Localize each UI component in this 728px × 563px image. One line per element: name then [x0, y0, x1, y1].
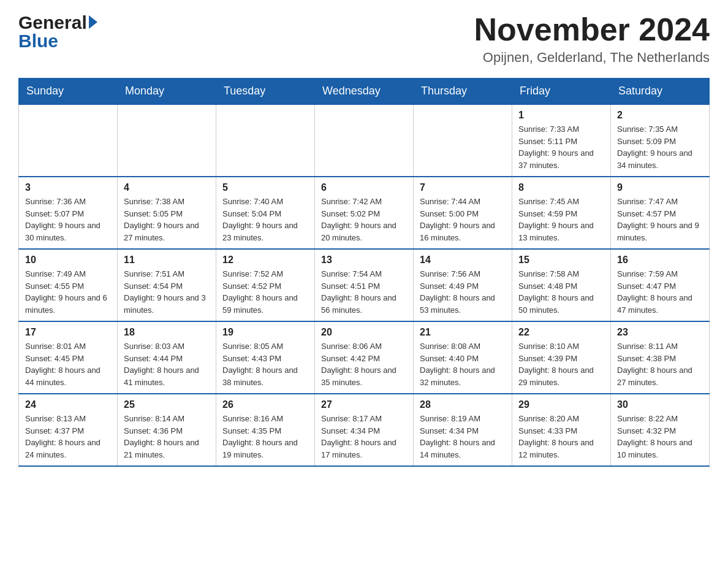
day-info: Sunrise: 7:59 AMSunset: 4:47 PMDaylight:…	[617, 268, 703, 316]
column-header-monday: Monday	[118, 79, 216, 105]
day-number: 9	[617, 182, 703, 193]
day-info: Sunrise: 8:14 AMSunset: 4:36 PMDaylight:…	[124, 413, 210, 461]
day-number: 5	[222, 182, 308, 193]
day-info: Sunrise: 7:33 AMSunset: 5:11 PMDaylight:…	[518, 123, 604, 171]
calendar-cell: 7Sunrise: 7:44 AMSunset: 5:00 PMDaylight…	[414, 177, 512, 249]
day-number: 25	[124, 399, 210, 410]
day-number: 16	[617, 255, 703, 266]
calendar-cell: 6Sunrise: 7:42 AMSunset: 5:02 PMDaylight…	[315, 177, 414, 249]
calendar-cell: 24Sunrise: 8:13 AMSunset: 4:37 PMDayligh…	[19, 394, 118, 466]
day-number: 1	[518, 110, 604, 121]
day-number: 24	[25, 399, 111, 410]
calendar-table: SundayMondayTuesdayWednesdayThursdayFrid…	[18, 78, 710, 467]
day-info: Sunrise: 8:05 AMSunset: 4:43 PMDaylight:…	[222, 340, 308, 388]
calendar-cell: 11Sunrise: 7:51 AMSunset: 4:54 PMDayligh…	[118, 249, 216, 321]
logo-blue-text: Blue	[18, 31, 97, 52]
calendar-cell: 22Sunrise: 8:10 AMSunset: 4:39 PMDayligh…	[512, 321, 611, 394]
month-title: November 2024	[474, 12, 710, 47]
calendar-cell	[315, 104, 414, 177]
day-number: 13	[321, 255, 407, 266]
calendar-cell: 18Sunrise: 8:03 AMSunset: 4:44 PMDayligh…	[118, 321, 216, 394]
title-section: November 2024 Opijnen, Gelderland, The N…	[474, 12, 710, 66]
day-info: Sunrise: 7:47 AMSunset: 4:57 PMDaylight:…	[617, 196, 703, 243]
day-number: 26	[222, 399, 308, 410]
calendar-cell: 8Sunrise: 7:45 AMSunset: 4:59 PMDaylight…	[512, 177, 611, 249]
column-header-thursday: Thursday	[414, 79, 512, 105]
calendar-week-row: 1Sunrise: 7:33 AMSunset: 5:11 PMDaylight…	[19, 104, 710, 177]
day-number: 27	[321, 399, 407, 410]
day-info: Sunrise: 8:22 AMSunset: 4:32 PMDaylight:…	[617, 413, 703, 461]
calendar-cell: 30Sunrise: 8:22 AMSunset: 4:32 PMDayligh…	[611, 394, 710, 466]
calendar-cell: 4Sunrise: 7:38 AMSunset: 5:05 PMDaylight…	[118, 177, 216, 249]
day-info: Sunrise: 7:45 AMSunset: 4:59 PMDaylight:…	[518, 196, 604, 243]
day-info: Sunrise: 7:36 AMSunset: 5:07 PMDaylight:…	[25, 196, 111, 243]
day-number: 14	[420, 255, 506, 266]
day-info: Sunrise: 7:35 AMSunset: 5:09 PMDaylight:…	[617, 123, 703, 171]
calendar-week-row: 3Sunrise: 7:36 AMSunset: 5:07 PMDaylight…	[19, 177, 710, 249]
column-header-friday: Friday	[512, 79, 611, 105]
day-info: Sunrise: 7:56 AMSunset: 4:49 PMDaylight:…	[420, 268, 506, 316]
day-number: 20	[321, 327, 407, 338]
day-info: Sunrise: 8:11 AMSunset: 4:38 PMDaylight:…	[617, 340, 703, 388]
day-number: 4	[124, 182, 210, 193]
day-number: 8	[518, 182, 604, 193]
calendar-cell: 29Sunrise: 8:20 AMSunset: 4:33 PMDayligh…	[512, 394, 611, 466]
day-number: 11	[124, 255, 210, 266]
day-number: 23	[617, 327, 703, 338]
day-number: 28	[420, 399, 506, 410]
calendar-cell: 2Sunrise: 7:35 AMSunset: 5:09 PMDaylight…	[611, 104, 710, 177]
calendar-cell: 13Sunrise: 7:54 AMSunset: 4:51 PMDayligh…	[315, 249, 414, 321]
logo: General Blue	[18, 12, 97, 52]
day-number: 12	[222, 255, 308, 266]
day-info: Sunrise: 8:13 AMSunset: 4:37 PMDaylight:…	[25, 413, 111, 461]
column-header-tuesday: Tuesday	[216, 79, 315, 105]
calendar-cell: 15Sunrise: 7:58 AMSunset: 4:48 PMDayligh…	[512, 249, 611, 321]
day-info: Sunrise: 8:01 AMSunset: 4:45 PMDaylight:…	[25, 340, 111, 388]
day-info: Sunrise: 8:17 AMSunset: 4:34 PMDaylight:…	[321, 413, 407, 461]
calendar-cell	[414, 104, 512, 177]
day-info: Sunrise: 8:10 AMSunset: 4:39 PMDaylight:…	[518, 340, 604, 388]
calendar-cell	[216, 104, 315, 177]
day-info: Sunrise: 7:54 AMSunset: 4:51 PMDaylight:…	[321, 268, 407, 316]
calendar-cell: 10Sunrise: 7:49 AMSunset: 4:55 PMDayligh…	[19, 249, 118, 321]
day-number: 22	[518, 327, 604, 338]
day-number: 18	[124, 327, 210, 338]
calendar-week-row: 24Sunrise: 8:13 AMSunset: 4:37 PMDayligh…	[19, 394, 710, 466]
calendar-week-row: 10Sunrise: 7:49 AMSunset: 4:55 PMDayligh…	[19, 249, 710, 321]
column-header-sunday: Sunday	[19, 79, 118, 105]
day-info: Sunrise: 7:49 AMSunset: 4:55 PMDaylight:…	[25, 268, 111, 316]
column-header-wednesday: Wednesday	[315, 79, 414, 105]
calendar-cell: 28Sunrise: 8:19 AMSunset: 4:34 PMDayligh…	[414, 394, 512, 466]
calendar-cell: 16Sunrise: 7:59 AMSunset: 4:47 PMDayligh…	[611, 249, 710, 321]
calendar-cell: 5Sunrise: 7:40 AMSunset: 5:04 PMDaylight…	[216, 177, 315, 249]
calendar-cell: 14Sunrise: 7:56 AMSunset: 4:49 PMDayligh…	[414, 249, 512, 321]
day-info: Sunrise: 8:19 AMSunset: 4:34 PMDaylight:…	[420, 413, 506, 461]
day-number: 21	[420, 327, 506, 338]
day-info: Sunrise: 8:06 AMSunset: 4:42 PMDaylight:…	[321, 340, 407, 388]
day-info: Sunrise: 7:51 AMSunset: 4:54 PMDaylight:…	[124, 268, 210, 316]
day-info: Sunrise: 7:52 AMSunset: 4:52 PMDaylight:…	[222, 268, 308, 316]
day-info: Sunrise: 7:58 AMSunset: 4:48 PMDaylight:…	[518, 268, 604, 316]
calendar-cell	[19, 104, 118, 177]
calendar-cell: 27Sunrise: 8:17 AMSunset: 4:34 PMDayligh…	[315, 394, 414, 466]
calendar-cell	[118, 104, 216, 177]
calendar-cell: 1Sunrise: 7:33 AMSunset: 5:11 PMDaylight…	[512, 104, 611, 177]
day-number: 2	[617, 110, 703, 121]
day-info: Sunrise: 7:40 AMSunset: 5:04 PMDaylight:…	[222, 196, 308, 243]
day-number: 10	[25, 255, 111, 266]
logo-arrow-icon	[89, 15, 97, 29]
day-number: 7	[420, 182, 506, 193]
day-number: 17	[25, 327, 111, 338]
calendar-cell: 20Sunrise: 8:06 AMSunset: 4:42 PMDayligh…	[315, 321, 414, 394]
logo-general-text: General	[18, 12, 87, 33]
day-info: Sunrise: 8:16 AMSunset: 4:35 PMDaylight:…	[222, 413, 308, 461]
day-info: Sunrise: 7:38 AMSunset: 5:05 PMDaylight:…	[124, 196, 210, 243]
calendar-cell: 19Sunrise: 8:05 AMSunset: 4:43 PMDayligh…	[216, 321, 315, 394]
calendar-week-row: 17Sunrise: 8:01 AMSunset: 4:45 PMDayligh…	[19, 321, 710, 394]
location-text: Opijnen, Gelderland, The Netherlands	[474, 50, 710, 66]
calendar-cell: 9Sunrise: 7:47 AMSunset: 4:57 PMDaylight…	[611, 177, 710, 249]
calendar-header-row: SundayMondayTuesdayWednesdayThursdayFrid…	[19, 79, 710, 105]
calendar-cell: 25Sunrise: 8:14 AMSunset: 4:36 PMDayligh…	[118, 394, 216, 466]
day-info: Sunrise: 8:20 AMSunset: 4:33 PMDaylight:…	[518, 413, 604, 461]
calendar-cell: 17Sunrise: 8:01 AMSunset: 4:45 PMDayligh…	[19, 321, 118, 394]
